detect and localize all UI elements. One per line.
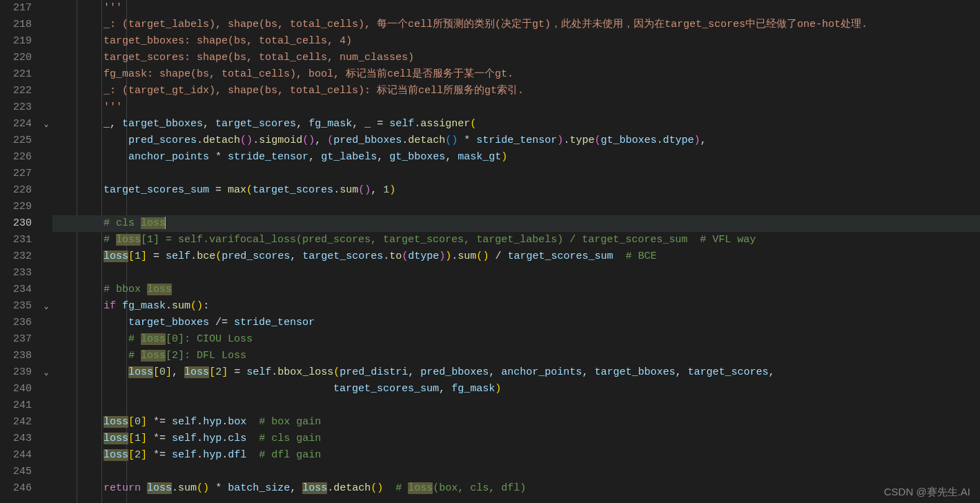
token: ( [215,250,222,262]
code-editor[interactable]: 2172182192202212222232242252262272282292… [0,0,980,503]
code-line[interactable]: loss[0] *= self.hyp.box # box gain [52,414,980,431]
token: ) [246,135,253,146]
code-line[interactable]: target_bboxes /= stride_tensor [52,315,980,331]
token [116,300,122,312]
code-line[interactable]: loss[0], loss[2] = self.bbox_loss(pred_d… [52,364,980,381]
code-line[interactable]: target_scores_sum = max(target_scores.su… [52,182,980,199]
token: # BCE [625,250,656,262]
fold-marker [40,83,52,99]
code-line[interactable]: # loss[1] = self.varifocal_loss(pred_sco… [52,232,980,248]
fold-marker[interactable]: ⌄ [40,364,52,381]
code-line[interactable]: loss[1] = self.bce(pred_scores, target_s… [52,248,980,265]
token: . [327,482,333,494]
token: hyp [203,416,222,428]
line-number: 239 [0,364,37,381]
token: pred_scores [222,250,290,262]
token: , [582,366,594,378]
code-line[interactable]: anchor_points * stride_tensor, gt_labels… [52,149,980,166]
token: # [128,350,141,362]
code-line[interactable] [52,199,980,215]
code-line[interactable]: loss[1] *= self.hyp.cls # cls gain [52,431,980,447]
token: . [197,449,203,461]
fold-marker [40,33,52,50]
token: *= [147,449,172,461]
token: hyp [203,433,222,444]
code-line[interactable]: target_scores_sum, fg_mask) [52,381,980,397]
token: . [271,366,277,378]
token: _ [104,118,110,130]
fold-marker[interactable]: ⌄ [40,116,52,132]
code-line[interactable]: loss[2] *= self.hyp.dfl # dfl gain [52,447,980,464]
code-line[interactable] [52,166,980,182]
code-line[interactable]: # bbox loss [52,282,980,298]
code-line[interactable]: _, target_bboxes, target_scores, fg_mask… [52,116,980,132]
code-area[interactable]: ''' _: (target_labels), shape(bs, total_… [52,0,980,503]
fold-marker [40,66,52,83]
fold-marker [40,480,52,497]
code-line[interactable]: target_scores: shape(bs, total_cells, nu… [52,50,980,66]
fold-marker [40,315,52,331]
fold-column: ⌄⌄⌄ [40,0,52,503]
token: 0 [159,366,166,378]
token: , [296,118,308,130]
token: ] [222,366,228,378]
code-line[interactable] [52,397,980,414]
code-line[interactable]: fg_mask: shape(bs, total_cells), bool, 标… [52,66,980,83]
token: _: (target_labels), shape(bs, total_cell… [104,19,868,30]
token [613,250,625,262]
fold-marker[interactable]: ⌄ [40,298,52,315]
fold-marker [40,232,52,248]
token: loss [141,217,166,229]
token: loss [104,250,128,262]
token: sigmoid [259,135,302,146]
code-line[interactable]: ''' [52,99,980,116]
token: mask_gt [458,151,501,163]
token: ) [495,383,501,395]
fold-marker [40,282,52,298]
code-line[interactable]: target_bboxes: shape(bs, total_cells, 4) [52,33,980,50]
code-line[interactable]: ''' [52,0,980,17]
token: # bbox [104,284,147,295]
token [246,449,259,461]
code-line[interactable]: # loss[2]: DFL Loss [52,348,980,364]
code-line[interactable]: _: (target_gt_idx), shape(bs, total_cell… [52,83,980,99]
token: /= [209,317,234,328]
token: loss [147,284,172,295]
token: ] [141,449,147,461]
token: loss [128,366,153,378]
token: ) [197,300,203,312]
token: _: (target_gt_idx), shape(bs, total_cell… [104,85,524,97]
token: stride_tensor [228,151,308,163]
token: gt_labels [321,151,377,163]
token: self [172,433,197,444]
code-line[interactable]: pred_scores.detach().sigmoid(), (pred_bb… [52,132,980,149]
line-number: 227 [0,166,37,182]
code-line[interactable]: return loss.sum() * batch_size, loss.det… [52,480,980,497]
token: if [104,300,116,312]
code-line[interactable]: # loss[0]: CIOU Loss [52,331,980,348]
fold-marker [40,166,52,182]
token: target_bboxes: shape(bs, total_cells, 4) [104,35,352,47]
token: loss [104,433,128,444]
code-line[interactable]: # cls loss [52,215,980,232]
code-line[interactable] [52,464,980,480]
token: ) [445,250,451,262]
token: 1 [135,433,141,444]
code-line[interactable]: if fg_mask.sum(): [52,298,980,315]
token: # [104,234,116,246]
token: target_scores_sum [507,250,613,262]
fold-marker [40,348,52,364]
token: box [228,416,246,428]
token: # [128,333,141,345]
token: stride_tensor [234,317,315,328]
line-number: 225 [0,132,37,149]
token: _ [364,118,371,130]
token: ] [166,366,172,378]
code-line[interactable] [52,265,980,282]
token: detach [203,135,240,146]
token: sum [172,300,190,312]
token: bbox_loss [277,366,333,378]
code-line[interactable]: _: (target_labels), shape(bs, total_cell… [52,17,980,33]
token: *= [147,433,172,444]
token: 2 [135,449,141,461]
